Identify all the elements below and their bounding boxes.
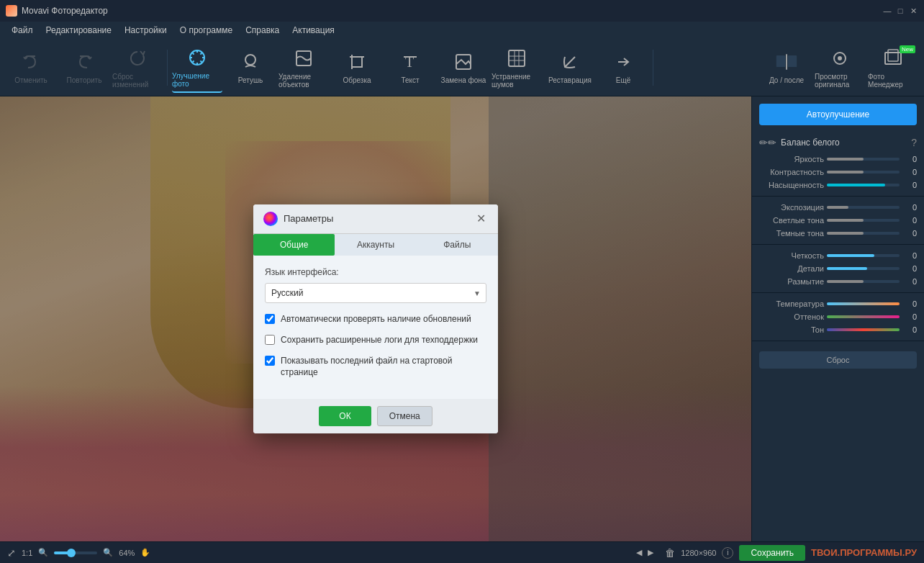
hand-tool-icon[interactable]: ✋: [140, 548, 150, 557]
minimize-button[interactable]: —: [882, 6, 892, 16]
bg-replace-button[interactable]: Замена фона: [438, 42, 489, 93]
remove-icon: [292, 47, 315, 70]
auto-enhance-button[interactable]: Автоулучшение: [759, 104, 917, 125]
shadows-row: Темные тона 0: [752, 227, 924, 240]
menubar: Файл Редактирование Настройки О программ…: [0, 22, 924, 39]
text-label: Текст: [401, 76, 419, 84]
titlebar: Movavi Фоторедактор — □ ✕: [0, 0, 924, 22]
reset-changes-button[interactable]: Сброс изменений: [112, 42, 163, 93]
retouch-button[interactable]: Ретушь: [225, 42, 276, 93]
zoom-slider[interactable]: [54, 551, 97, 554]
save-button[interactable]: Сохранить: [739, 545, 805, 561]
auto-update-checkbox[interactable]: [265, 314, 275, 324]
modal-ok-button[interactable]: ОК: [319, 406, 371, 426]
zoom-in-icon[interactable]: 🔍: [103, 548, 113, 557]
statusbar-left: ⤢ 1:1 🔍 🔍 64% ✋: [7, 547, 150, 559]
photo-manager-label: Фото Менеджер: [868, 73, 918, 89]
divider-1: [752, 196, 924, 197]
more-icon: [612, 50, 635, 73]
fit-icon[interactable]: ⤢: [7, 547, 16, 559]
brightness-label: Яркость: [759, 155, 824, 163]
zoom-out-icon[interactable]: 🔍: [38, 548, 48, 557]
menu-settings[interactable]: Настройки: [119, 24, 173, 37]
reset-button[interactable]: Сброс: [759, 351, 917, 369]
saturation-track[interactable]: [827, 184, 900, 186]
info-icon[interactable]: i: [722, 547, 733, 559]
tone-track[interactable]: [827, 328, 900, 331]
zoom-level: 64%: [119, 549, 135, 557]
help-icon[interactable]: ?: [911, 137, 917, 148]
denoise-button[interactable]: Устранение шумов: [492, 42, 542, 93]
menu-about[interactable]: О программе: [174, 24, 238, 37]
temperature-track[interactable]: [827, 302, 900, 305]
text-button[interactable]: T Текст: [385, 42, 435, 93]
menu-help[interactable]: Справка: [240, 24, 285, 37]
crop-button[interactable]: Обрезка: [332, 42, 382, 93]
close-button[interactable]: ✕: [908, 6, 918, 16]
tab-accounts[interactable]: Аккаунты: [335, 234, 416, 256]
sliders-group-1: Яркость 0 Контрастность 0 Насыщенность 0: [752, 153, 924, 192]
toolbar-separator-2: [653, 50, 653, 86]
before-after-icon: [775, 50, 798, 73]
menu-edit[interactable]: Редактирование: [40, 24, 117, 37]
highlights-label: Светлые тона: [759, 216, 824, 225]
save-logs-checkbox[interactable]: [265, 335, 275, 345]
delete-icon[interactable]: 🗑: [665, 547, 675, 559]
highlights-row: Светлые тона 0: [752, 214, 924, 227]
tint-track[interactable]: [827, 315, 900, 318]
photo-manager-button[interactable]: New Фото Менеджер: [868, 42, 918, 93]
tint-row: Оттенок 0: [752, 310, 924, 323]
language-select[interactable]: Русский English Deutsch: [265, 283, 486, 303]
remove-label: Удаление объектов: [278, 73, 329, 89]
restore-button[interactable]: Реставрация: [545, 42, 595, 93]
modal-cancel-button[interactable]: Отмена: [377, 406, 432, 426]
divider-4: [752, 341, 924, 341]
tint-value: 0: [902, 312, 917, 321]
clarity-track[interactable]: [827, 254, 900, 257]
exposure-track[interactable]: [827, 206, 900, 209]
tab-files[interactable]: Файлы: [417, 234, 498, 256]
maximize-button[interactable]: □: [895, 6, 905, 16]
before-after-label: До / после: [769, 76, 804, 84]
crop-icon: [345, 50, 368, 73]
shadows-track[interactable]: [827, 232, 900, 235]
modal-footer: ОК Отмена: [253, 399, 498, 433]
contrast-track[interactable]: [827, 171, 900, 174]
retouch-label: Ретушь: [238, 76, 263, 84]
enhance-button[interactable]: Улучшение фото: [172, 42, 222, 93]
show-last-checkbox[interactable]: [265, 356, 275, 366]
detail-track[interactable]: [827, 267, 900, 270]
titlebar-controls[interactable]: — □ ✕: [882, 6, 918, 16]
remove-objects-button[interactable]: Удаление объектов: [278, 42, 329, 93]
svg-rect-3: [352, 57, 362, 67]
view-original-button[interactable]: Просмотр оригинала: [815, 42, 865, 93]
settings-modal: Параметры ✕ Общие Аккаунты Файлы Язык ин…: [253, 204, 498, 433]
redo-button[interactable]: Повторить: [59, 42, 109, 93]
menu-activate[interactable]: Активация: [286, 24, 340, 37]
contrast-row: Контрастность 0: [752, 166, 924, 179]
toolbar-separator-1: [167, 50, 168, 86]
next-photo-button[interactable]: ▶: [648, 548, 653, 557]
modal-overlay: Параметры ✕ Общие Аккаунты Файлы Язык ин…: [0, 96, 751, 541]
blur-track[interactable]: [827, 280, 900, 283]
before-after-button[interactable]: До / после: [761, 42, 812, 93]
detail-label: Детали: [759, 264, 824, 273]
tone-row: Тон 0: [752, 323, 924, 336]
menu-file[interactable]: Файл: [6, 24, 39, 37]
checkbox-row-save-logs: Сохранить расширенные логи для техподдер…: [265, 334, 486, 346]
tab-general[interactable]: Общие: [253, 234, 335, 256]
sliders-group-3: Четкость 0 Детали 0 Размытие 0: [752, 249, 924, 288]
canvas-area[interactable]: Параметры ✕ Общие Аккаунты Файлы Язык ин…: [0, 96, 751, 541]
language-label: Язык интерфейса:: [265, 267, 486, 277]
highlights-track[interactable]: [827, 219, 900, 222]
statusbar-right: ◀ ▶ 🗑 1280×960 i Сохранить ТВОИ.ПРОГРАММ…: [636, 545, 917, 561]
zoom-1-1[interactable]: 1:1: [22, 549, 32, 557]
brightness-track[interactable]: [827, 158, 900, 161]
more-button[interactable]: Ещё: [598, 42, 648, 93]
modal-close-button[interactable]: ✕: [474, 212, 488, 226]
white-balance-header: ✏ Баланс белого ?: [752, 132, 924, 153]
undo-button[interactable]: Отменить: [6, 42, 56, 93]
app-title: Movavi Фоторедактор: [22, 6, 108, 16]
bg-label: Замена фона: [441, 76, 486, 84]
prev-photo-button[interactable]: ◀: [636, 548, 642, 557]
